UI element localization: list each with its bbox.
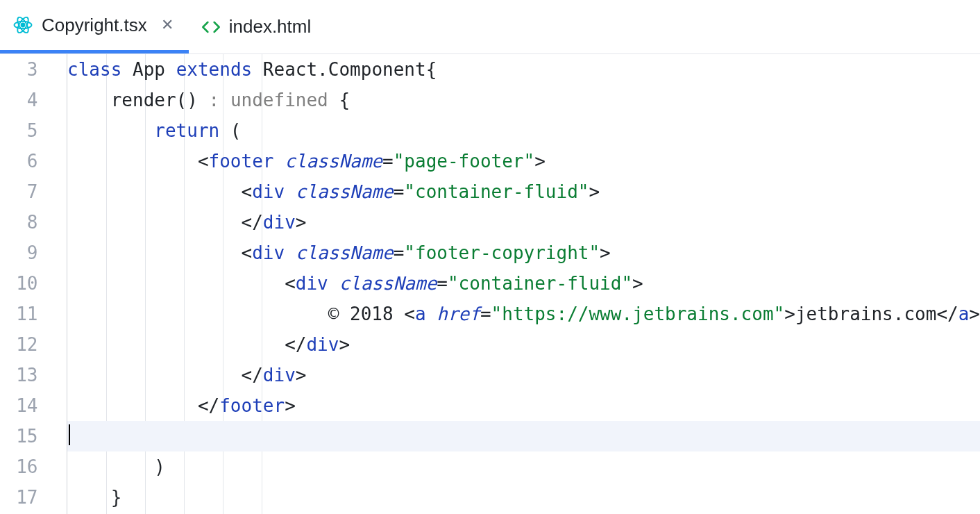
tab-bar: Copyright.tsx ✕ index.html [0,0,980,54]
tab-label: index.html [229,16,312,38]
code-line[interactable]: render() : undefined { [67,85,980,115]
code-line[interactable]: © 2018 <a href="https://www.jetbrains.co… [67,299,980,329]
line-number: 7 [0,176,37,207]
line-number: 3 [0,54,37,85]
code-line-current[interactable] [67,421,980,451]
line-number: 12 [0,329,37,360]
code-line[interactable]: ) [67,451,980,482]
code-line[interactable]: </div> [67,329,980,360]
line-number: 16 [0,451,37,482]
code-line[interactable]: </div> [67,207,980,238]
line-number: 14 [0,390,37,421]
line-number: 9 [0,238,37,268]
code-line[interactable]: <div className="container-fluid"> [67,176,980,207]
line-number: 5 [0,115,37,146]
code-line[interactable]: } [67,482,980,513]
line-number-gutter: 3 4 5 6 7 8 9 10 11 12 13 14 15 16 17 [0,54,50,514]
line-number: 17 [0,482,37,513]
svg-point-0 [22,24,25,27]
type-hint: : undefined [209,90,328,110]
text-caret [69,424,70,445]
line-number: 13 [0,360,37,390]
code-editor[interactable]: 3 4 5 6 7 8 9 10 11 12 13 14 15 16 17 cl… [0,54,980,514]
code-area[interactable]: class App extends React.Component{ rende… [67,54,980,514]
line-number: 8 [0,207,37,238]
line-number: 6 [0,146,37,176]
line-number: 10 [0,268,37,299]
tab-copyright-tsx[interactable]: Copyright.tsx ✕ [0,0,189,53]
tab-index-html[interactable]: index.html [189,0,327,53]
line-number: 11 [0,299,37,329]
gutter-separator [50,54,67,514]
code-line[interactable]: class App extends React.Component{ [67,54,980,85]
close-tab-icon[interactable]: ✕ [161,17,174,33]
html-file-icon [201,17,221,37]
code-line[interactable]: </footer> [67,390,980,421]
code-line[interactable]: return ( [67,115,980,146]
line-number: 15 [0,421,37,451]
code-line[interactable]: <footer className="page-footer"> [67,146,980,176]
code-line[interactable]: <div className="footer-copyright"> [67,238,980,268]
code-line[interactable]: <div className="container-fluid"> [67,268,980,299]
line-number: 4 [0,85,37,115]
tab-label: Copyright.tsx [42,15,147,36]
react-file-icon [12,15,33,35]
code-line[interactable]: </div> [67,360,980,390]
